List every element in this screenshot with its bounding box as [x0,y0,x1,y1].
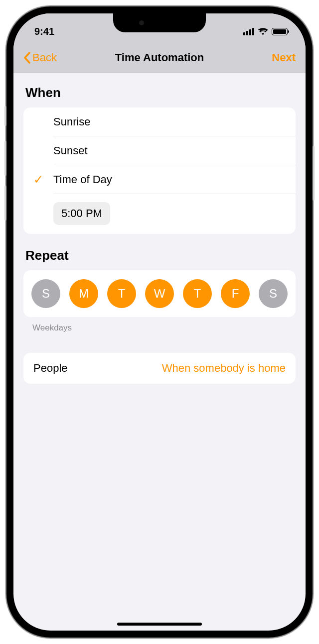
when-options-card: Sunrise Sunset ✓ Time of Day 5:00 PM [23,107,296,234]
people-value: When somebody is home [162,362,286,375]
battery-icon [272,28,288,35]
status-icons [243,28,288,35]
day-toggle-0[interactable]: S [31,279,60,308]
option-label: Time of Day [53,173,112,186]
option-label: Sunrise [53,115,91,128]
home-indicator[interactable] [117,623,202,626]
status-time: 9:41 [34,26,54,37]
day-toggle-1[interactable]: M [69,279,98,308]
time-picker-row: 5:00 PM [23,194,296,234]
time-picker[interactable]: 5:00 PM [53,202,110,225]
day-toggle-5[interactable]: F [221,279,250,308]
option-label: Sunset [53,144,88,157]
repeat-days-card: SMTWTFS [23,270,296,317]
option-sunrise[interactable]: Sunrise [23,107,296,136]
day-toggle-3[interactable]: W [145,279,174,308]
option-sunset[interactable]: Sunset [23,136,296,165]
day-toggle-6[interactable]: S [259,279,288,308]
cellular-signal-icon [243,28,254,35]
when-header: When [23,85,296,101]
day-toggle-2[interactable]: T [107,279,136,308]
repeat-caption: Weekdays [23,323,296,333]
repeat-header: Repeat [23,248,296,263]
people-label: People [33,362,68,375]
wifi-icon [258,28,268,35]
chevron-left-icon [23,52,30,64]
nav-title: Time Automation [115,51,204,64]
people-row[interactable]: People When somebody is home [23,353,296,384]
option-time-of-day[interactable]: ✓ Time of Day [23,165,296,194]
navigation-bar: Back Time Automation Next [13,42,306,73]
back-button[interactable]: Back [23,51,57,64]
checkmark-icon: ✓ [33,173,43,187]
next-button[interactable]: Next [272,51,296,64]
back-label: Back [32,51,57,64]
day-toggle-4[interactable]: T [183,279,212,308]
